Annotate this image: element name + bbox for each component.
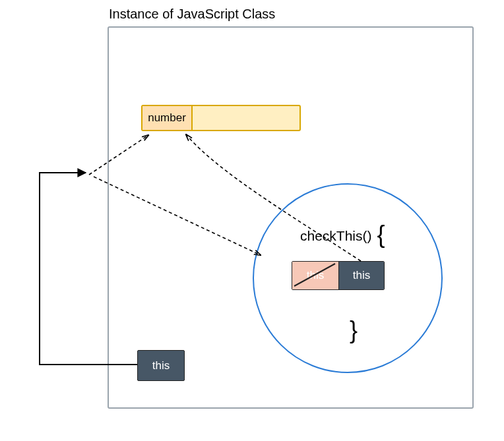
this-crossed: this xyxy=(292,262,338,289)
brace-close: } xyxy=(350,316,358,344)
diagram-title: Instance of JavaScript Class xyxy=(109,7,275,22)
property-slot: number xyxy=(141,105,301,131)
brace-open: { xyxy=(377,223,385,247)
diagram-canvas: Instance of JavaScript Class number chec… xyxy=(0,0,504,441)
method-name: checkThis() xyxy=(300,228,372,244)
method-label: checkThis() { xyxy=(300,224,385,248)
this-active: this xyxy=(338,262,384,289)
outer-this: this xyxy=(137,350,185,381)
property-name: number xyxy=(142,106,193,130)
this-pair: this this xyxy=(292,261,385,290)
